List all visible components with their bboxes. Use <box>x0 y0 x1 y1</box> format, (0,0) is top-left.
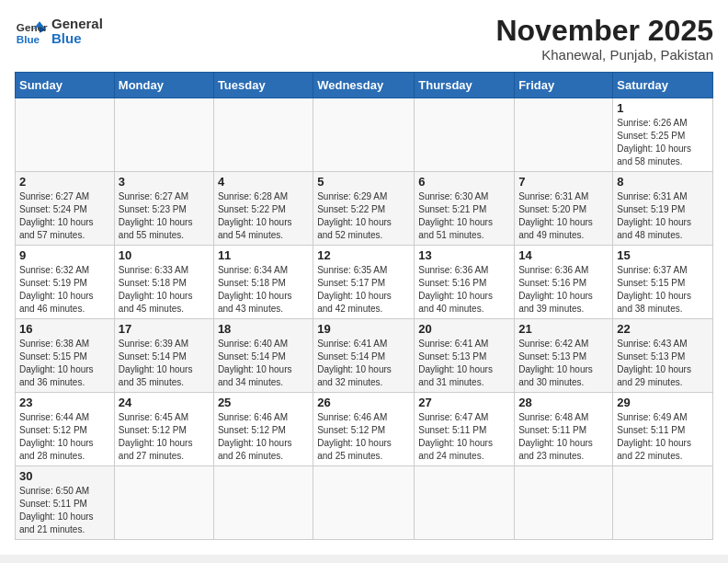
calendar-row-5: 23Sunrise: 6:44 AM Sunset: 5:12 PM Dayli… <box>16 393 713 466</box>
header: General Blue General Blue November 2025 … <box>15 15 713 63</box>
table-row: 11Sunrise: 6:34 AM Sunset: 5:18 PM Dayli… <box>213 246 313 319</box>
table-row <box>213 98 313 172</box>
day-number: 8 <box>617 175 709 189</box>
header-friday: Friday <box>515 73 613 98</box>
day-info: Sunrise: 6:26 AM Sunset: 5:25 PM Dayligh… <box>617 117 709 168</box>
day-number: 17 <box>119 322 210 336</box>
month-title: November 2025 <box>495 15 713 47</box>
page: General Blue General Blue November 2025 … <box>0 0 728 555</box>
day-info: Sunrise: 6:41 AM Sunset: 5:14 PM Dayligh… <box>317 338 410 389</box>
day-info: Sunrise: 6:36 AM Sunset: 5:16 PM Dayligh… <box>518 264 609 316</box>
day-number: 5 <box>317 175 410 189</box>
calendar-row-2: 2Sunrise: 6:27 AM Sunset: 5:24 PM Daylig… <box>16 172 713 246</box>
day-number: 14 <box>518 248 609 262</box>
header-monday: Monday <box>114 73 213 98</box>
table-row: 7Sunrise: 6:31 AM Sunset: 5:20 PM Daylig… <box>515 172 613 246</box>
table-row: 9Sunrise: 6:32 AM Sunset: 5:19 PM Daylig… <box>16 246 115 319</box>
day-number: 13 <box>418 248 510 262</box>
table-row: 17Sunrise: 6:39 AM Sunset: 5:14 PM Dayli… <box>114 319 213 393</box>
table-row: 6Sunrise: 6:30 AM Sunset: 5:21 PM Daylig… <box>415 172 515 246</box>
day-info: Sunrise: 6:31 AM Sunset: 5:19 PM Dayligh… <box>617 190 709 242</box>
day-info: Sunrise: 6:27 AM Sunset: 5:24 PM Dayligh… <box>19 190 110 242</box>
day-number: 20 <box>418 322 510 336</box>
day-number: 22 <box>617 322 709 336</box>
day-number: 27 <box>418 396 510 409</box>
day-info: Sunrise: 6:37 AM Sunset: 5:15 PM Dayligh… <box>617 264 709 316</box>
header-wednesday: Wednesday <box>313 73 415 98</box>
table-row: 23Sunrise: 6:44 AM Sunset: 5:12 PM Dayli… <box>16 393 115 466</box>
day-info: Sunrise: 6:38 AM Sunset: 5:15 PM Dayligh… <box>19 338 110 389</box>
day-number: 21 <box>518 322 609 336</box>
table-row: 18Sunrise: 6:40 AM Sunset: 5:14 PM Dayli… <box>213 319 313 393</box>
day-number: 3 <box>119 175 210 189</box>
day-info: Sunrise: 6:36 AM Sunset: 5:16 PM Dayligh… <box>418 264 510 316</box>
table-row: 20Sunrise: 6:41 AM Sunset: 5:13 PM Dayli… <box>415 319 515 393</box>
day-info: Sunrise: 6:43 AM Sunset: 5:13 PM Dayligh… <box>617 338 709 389</box>
day-number: 30 <box>19 469 110 483</box>
table-row <box>114 98 213 172</box>
table-row <box>515 466 613 540</box>
header-tuesday: Tuesday <box>213 73 313 98</box>
table-row: 27Sunrise: 6:47 AM Sunset: 5:11 PM Dayli… <box>415 393 515 466</box>
day-number: 12 <box>317 248 410 262</box>
table-row <box>415 466 515 540</box>
calendar-row-1: 1Sunrise: 6:26 AM Sunset: 5:25 PM Daylig… <box>16 98 713 172</box>
table-row: 5Sunrise: 6:29 AM Sunset: 5:22 PM Daylig… <box>313 172 415 246</box>
day-number: 29 <box>617 396 709 409</box>
table-row: 15Sunrise: 6:37 AM Sunset: 5:15 PM Dayli… <box>613 246 713 319</box>
day-info: Sunrise: 6:49 AM Sunset: 5:11 PM Dayligh… <box>617 411 709 463</box>
day-info: Sunrise: 6:50 AM Sunset: 5:11 PM Dayligh… <box>19 485 110 536</box>
logo-icon: General Blue <box>15 15 48 48</box>
table-row: 8Sunrise: 6:31 AM Sunset: 5:19 PM Daylig… <box>613 172 713 246</box>
day-info: Sunrise: 6:29 AM Sunset: 5:22 PM Dayligh… <box>317 190 410 242</box>
day-info: Sunrise: 6:45 AM Sunset: 5:12 PM Dayligh… <box>119 411 210 463</box>
calendar-row-4: 16Sunrise: 6:38 AM Sunset: 5:15 PM Dayli… <box>16 319 713 393</box>
day-number: 23 <box>19 396 110 409</box>
day-info: Sunrise: 6:33 AM Sunset: 5:18 PM Dayligh… <box>119 264 210 316</box>
calendar-row-3: 9Sunrise: 6:32 AM Sunset: 5:19 PM Daylig… <box>16 246 713 319</box>
day-info: Sunrise: 6:35 AM Sunset: 5:17 PM Dayligh… <box>317 264 410 316</box>
day-info: Sunrise: 6:39 AM Sunset: 5:14 PM Dayligh… <box>119 338 210 389</box>
table-row: 10Sunrise: 6:33 AM Sunset: 5:18 PM Dayli… <box>114 246 213 319</box>
table-row: 22Sunrise: 6:43 AM Sunset: 5:13 PM Dayli… <box>613 319 713 393</box>
day-info: Sunrise: 6:28 AM Sunset: 5:22 PM Dayligh… <box>218 190 309 242</box>
day-number: 10 <box>119 248 210 262</box>
table-row: 25Sunrise: 6:46 AM Sunset: 5:12 PM Dayli… <box>213 393 313 466</box>
header-sunday: Sunday <box>16 73 115 98</box>
table-row: 26Sunrise: 6:46 AM Sunset: 5:12 PM Dayli… <box>313 393 415 466</box>
day-number: 1 <box>617 101 709 115</box>
day-info: Sunrise: 6:34 AM Sunset: 5:18 PM Dayligh… <box>218 264 309 316</box>
table-row <box>16 98 115 172</box>
table-row <box>313 466 415 540</box>
table-row: 28Sunrise: 6:48 AM Sunset: 5:11 PM Dayli… <box>515 393 613 466</box>
day-info: Sunrise: 6:31 AM Sunset: 5:20 PM Dayligh… <box>518 190 609 242</box>
day-number: 28 <box>518 396 609 409</box>
day-number: 18 <box>218 322 309 336</box>
table-row: 24Sunrise: 6:45 AM Sunset: 5:12 PM Dayli… <box>114 393 213 466</box>
day-number: 15 <box>617 248 709 262</box>
calendar: Sunday Monday Tuesday Wednesday Thursday… <box>15 72 713 540</box>
day-info: Sunrise: 6:27 AM Sunset: 5:23 PM Dayligh… <box>119 190 210 242</box>
day-info: Sunrise: 6:42 AM Sunset: 5:13 PM Dayligh… <box>518 338 609 389</box>
location: Khanewal, Punjab, Pakistan <box>495 47 713 63</box>
header-thursday: Thursday <box>415 73 515 98</box>
table-row <box>313 98 415 172</box>
day-number: 19 <box>317 322 410 336</box>
table-row: 13Sunrise: 6:36 AM Sunset: 5:16 PM Dayli… <box>415 246 515 319</box>
table-row: 4Sunrise: 6:28 AM Sunset: 5:22 PM Daylig… <box>213 172 313 246</box>
table-row: 2Sunrise: 6:27 AM Sunset: 5:24 PM Daylig… <box>16 172 115 246</box>
table-row: 30Sunrise: 6:50 AM Sunset: 5:11 PM Dayli… <box>16 466 115 540</box>
day-number: 26 <box>317 396 410 409</box>
table-row <box>213 466 313 540</box>
table-row: 16Sunrise: 6:38 AM Sunset: 5:15 PM Dayli… <box>16 319 115 393</box>
day-number: 2 <box>19 175 110 189</box>
table-row: 12Sunrise: 6:35 AM Sunset: 5:17 PM Dayli… <box>313 246 415 319</box>
table-row: 19Sunrise: 6:41 AM Sunset: 5:14 PM Dayli… <box>313 319 415 393</box>
svg-text:Blue: Blue <box>17 33 40 45</box>
day-info: Sunrise: 6:44 AM Sunset: 5:12 PM Dayligh… <box>19 411 110 463</box>
day-info: Sunrise: 6:48 AM Sunset: 5:11 PM Dayligh… <box>518 411 609 463</box>
day-number: 9 <box>19 248 110 262</box>
table-row <box>613 466 713 540</box>
table-row: 1Sunrise: 6:26 AM Sunset: 5:25 PM Daylig… <box>613 98 713 172</box>
day-number: 7 <box>518 175 609 189</box>
